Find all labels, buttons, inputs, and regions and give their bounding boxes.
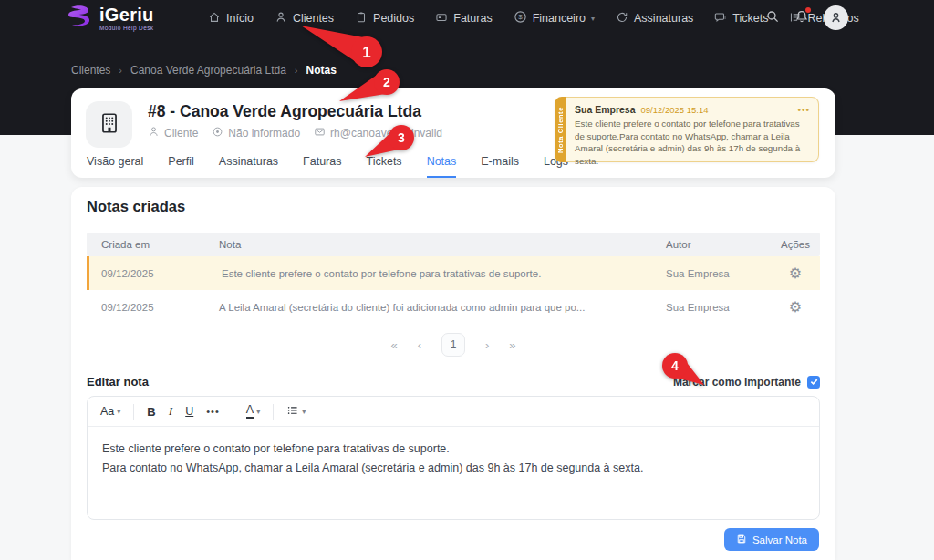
tab-perfil[interactable]: Perfil bbox=[168, 155, 193, 178]
annotation-arrow-2: 2 bbox=[332, 67, 405, 109]
tab-visao-geral[interactable]: Visão geral bbox=[87, 155, 143, 178]
tab-assinaturas[interactable]: Assinaturas bbox=[219, 155, 278, 178]
logo-swoosh-icon bbox=[66, 4, 93, 33]
gear-icon[interactable]: ⚙ bbox=[789, 265, 802, 281]
note-author: Sua Empresa bbox=[666, 268, 771, 279]
note-preview: Este cliente prefere o contato por telef… bbox=[222, 268, 666, 279]
pagination-first[interactable]: « bbox=[390, 338, 397, 352]
chevron-down-icon: ▾ bbox=[302, 408, 306, 416]
pagination-page-1[interactable]: 1 bbox=[441, 333, 465, 357]
table-row[interactable]: 09/12/2025 Este cliente prefere o contat… bbox=[87, 256, 820, 290]
notes-panel: Notas criadas Criada em Nota Autor Ações… bbox=[71, 187, 835, 560]
search-icon[interactable] bbox=[765, 9, 780, 27]
pagination-last[interactable]: » bbox=[509, 338, 515, 352]
pagination: « ‹ 1 › » bbox=[71, 333, 835, 357]
toolbar-divider bbox=[273, 404, 274, 420]
editor-toolbar: Aa▾ B I U ••• A▾ ▾ bbox=[88, 397, 819, 427]
save-note-button[interactable]: Salvar Nota bbox=[724, 528, 819, 551]
bold-button[interactable]: B bbox=[147, 405, 155, 419]
breadcrumb-separator: › bbox=[119, 65, 122, 76]
annotation-arrow-3: 3 bbox=[354, 124, 420, 164]
nav-label: Financeiro bbox=[533, 12, 586, 25]
tab-faturas[interactable]: Faturas bbox=[303, 155, 341, 178]
chat-icon bbox=[714, 11, 727, 26]
pagination-prev[interactable]: ‹ bbox=[418, 338, 421, 352]
user-icon bbox=[275, 11, 287, 26]
note-author: Sua Empresa bbox=[575, 104, 636, 115]
col-acoes: Ações bbox=[771, 239, 820, 250]
note-text: Este cliente prefere o contato por telef… bbox=[575, 118, 810, 167]
breadcrumb-clientes[interactable]: Clientes bbox=[71, 64, 110, 77]
card-icon bbox=[435, 11, 448, 26]
notification-badge bbox=[805, 7, 811, 13]
more-formats-button[interactable]: ••• bbox=[206, 406, 220, 417]
client-location-label: Não informado bbox=[228, 127, 300, 140]
client-type-label: Cliente bbox=[164, 127, 198, 140]
notes-table: Criada em Nota Autor Ações 09/12/2025 Es… bbox=[87, 233, 820, 324]
editor-label: Editar nota bbox=[87, 375, 149, 389]
nav-item-faturas[interactable]: Faturas bbox=[435, 11, 492, 26]
editor-line: Para contato no WhatsApp, chamar a Leila… bbox=[102, 459, 804, 478]
brand-logo[interactable]: iGeriu Módulo Help Desk bbox=[66, 4, 154, 33]
section-title: Notas criadas bbox=[87, 198, 185, 215]
italic-button[interactable]: I bbox=[169, 404, 173, 419]
nav-label: Faturas bbox=[453, 12, 492, 25]
note-editor: Aa▾ B I U ••• A▾ ▾ Este cliente prefere … bbox=[87, 396, 820, 520]
user-icon bbox=[148, 126, 160, 140]
save-icon bbox=[736, 534, 747, 546]
pagination-next[interactable]: › bbox=[485, 338, 489, 352]
nav-item-financeiro[interactable]: $ Financeiro ▾ bbox=[514, 10, 595, 26]
font-style-button[interactable]: Aa▾ bbox=[100, 405, 120, 418]
note-tag-label: Nota Cliente bbox=[556, 107, 565, 153]
avatar[interactable] bbox=[824, 5, 848, 30]
note-tag-strip: Nota Cliente bbox=[555, 97, 566, 162]
toolbar-divider bbox=[233, 404, 234, 420]
note-author: Sua Empresa bbox=[666, 302, 771, 313]
svg-text:$: $ bbox=[518, 13, 523, 21]
annotation-arrow-4: 4 bbox=[659, 350, 717, 392]
underline-button[interactable]: U bbox=[185, 405, 193, 418]
note-created: 09/12/2025 bbox=[89, 268, 222, 279]
table-row[interactable]: 09/12/2025 A Leila Amaral (secretária do… bbox=[87, 290, 820, 324]
svg-text:2: 2 bbox=[383, 75, 390, 89]
svg-text:3: 3 bbox=[398, 130, 405, 145]
chevron-down-icon: ▾ bbox=[256, 408, 260, 416]
chevron-down-icon: ▾ bbox=[591, 15, 595, 23]
toolbar-divider bbox=[133, 404, 134, 420]
nav-item-tickets[interactable]: Tickets bbox=[714, 11, 768, 26]
tab-notas[interactable]: Notas bbox=[427, 155, 457, 178]
pin-icon bbox=[212, 126, 223, 140]
client-note-callout: Nota Cliente Sua Empresa 09/12/2025 15:1… bbox=[555, 97, 819, 162]
chevron-down-icon: ▾ bbox=[117, 408, 120, 416]
sync-icon bbox=[616, 11, 628, 26]
nav-item-assinaturas[interactable]: Assinaturas bbox=[616, 11, 693, 26]
nav-label: Assinaturas bbox=[634, 12, 693, 25]
note-menu-icon[interactable]: ••• bbox=[797, 105, 810, 115]
annotation-arrow-1: 1 bbox=[294, 20, 385, 71]
note-created: 09/12/2025 bbox=[87, 302, 219, 313]
home-icon bbox=[208, 11, 221, 26]
brand-name: iGeriu bbox=[99, 5, 154, 24]
editor-line: Este cliente prefere o contato por telef… bbox=[102, 440, 804, 459]
nav-label: Tickets bbox=[732, 12, 768, 25]
save-button-label: Salvar Nota bbox=[752, 534, 807, 545]
client-location: Não informado bbox=[212, 126, 300, 140]
important-checkbox[interactable] bbox=[807, 376, 820, 389]
dollar-icon: $ bbox=[514, 10, 527, 26]
col-autor: Autor bbox=[666, 239, 771, 250]
client-avatar bbox=[86, 101, 132, 148]
table-header-row: Criada em Nota Autor Ações bbox=[87, 233, 820, 256]
list-button[interactable]: ▾ bbox=[286, 404, 306, 420]
client-tabs: Visão geral Perfil Assinaturas Faturas T… bbox=[87, 155, 568, 178]
editor-textarea[interactable]: Este cliente prefere o contato por telef… bbox=[88, 427, 819, 491]
note-preview: A Leila Amaral (secretária do cliente) f… bbox=[219, 302, 666, 313]
notifications-bell-icon[interactable] bbox=[794, 9, 809, 27]
tab-emails[interactable]: E-mails bbox=[481, 155, 519, 178]
gear-icon[interactable]: ⚙ bbox=[789, 299, 802, 315]
nav-item-inicio[interactable]: Início bbox=[208, 11, 254, 26]
col-criada-em: Criada em bbox=[87, 239, 219, 250]
text-color-button[interactable]: A▾ bbox=[246, 404, 260, 419]
breadcrumb-client[interactable]: Canoa Verde Agropecuária Ltda bbox=[130, 64, 286, 77]
col-nota: Nota bbox=[219, 239, 666, 250]
note-datetime: 09/12/2025 15:14 bbox=[641, 105, 709, 115]
